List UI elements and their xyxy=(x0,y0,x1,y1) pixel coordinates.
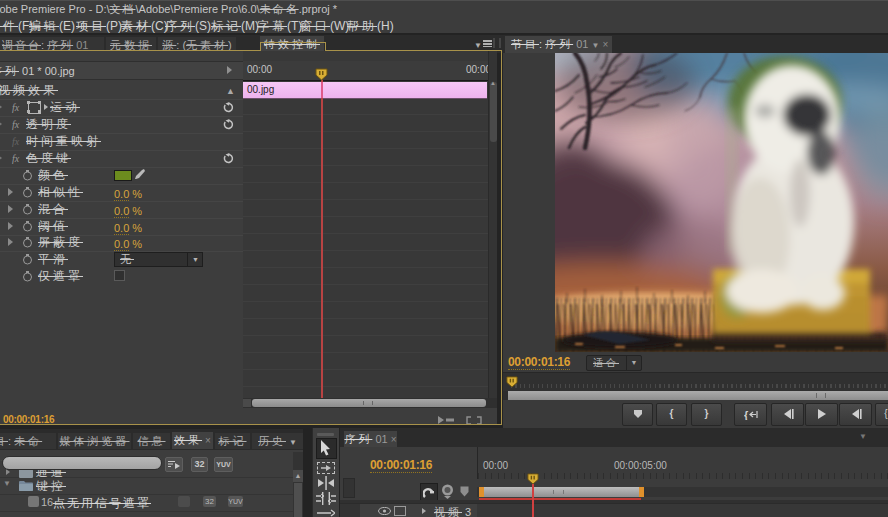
svg-text:{: { xyxy=(744,409,749,420)
